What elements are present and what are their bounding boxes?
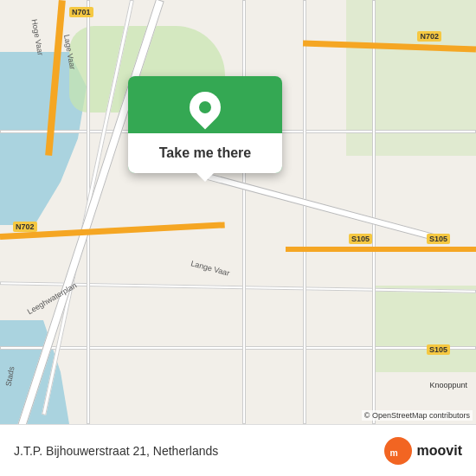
- green-area-3: [372, 286, 476, 372]
- map-attribution: © OpenStreetMap contributors: [362, 410, 473, 421]
- road-horizontal-3: [0, 346, 476, 350]
- road-s105-horizontal: [286, 247, 476, 252]
- take-me-there-button[interactable]: Take me there: [128, 133, 282, 173]
- svg-text:m: m: [389, 447, 397, 457]
- moovit-brand-text: moovit: [417, 443, 462, 459]
- label-knooppunt: Knooppunt: [429, 381, 467, 389]
- moovit-icon: m: [384, 437, 412, 465]
- svg-point-0: [384, 437, 412, 465]
- map: N701 N702 N702 S105 S105 S105 Lange Vaar…: [0, 0, 476, 424]
- location-pin-icon: [183, 86, 228, 130]
- moovit-logo: m moovit: [384, 437, 462, 465]
- bottom-bar: J.T.P. Bijhouwerstraat 21, Netherlands m…: [0, 424, 476, 476]
- road-n702-right-label: N702: [417, 31, 441, 42]
- road-vertical-2: [242, 0, 246, 424]
- map-popup: Take me there: [128, 76, 282, 173]
- road-n701-label: N701: [69, 7, 93, 17]
- road-s105-label-3: S105: [427, 344, 450, 355]
- popup-icon-area: [190, 76, 221, 133]
- road-n702-left-label: N702: [13, 222, 37, 232]
- road-s105-label-2: S105: [427, 234, 450, 244]
- road-vertical-4: [372, 0, 376, 424]
- popup-arrow: [196, 173, 214, 182]
- road-vertical-3: [303, 0, 306, 424]
- address-label: J.T.P. Bijhouwerstraat 21, Netherlands: [14, 444, 218, 458]
- road-s105-label-1: S105: [349, 234, 372, 244]
